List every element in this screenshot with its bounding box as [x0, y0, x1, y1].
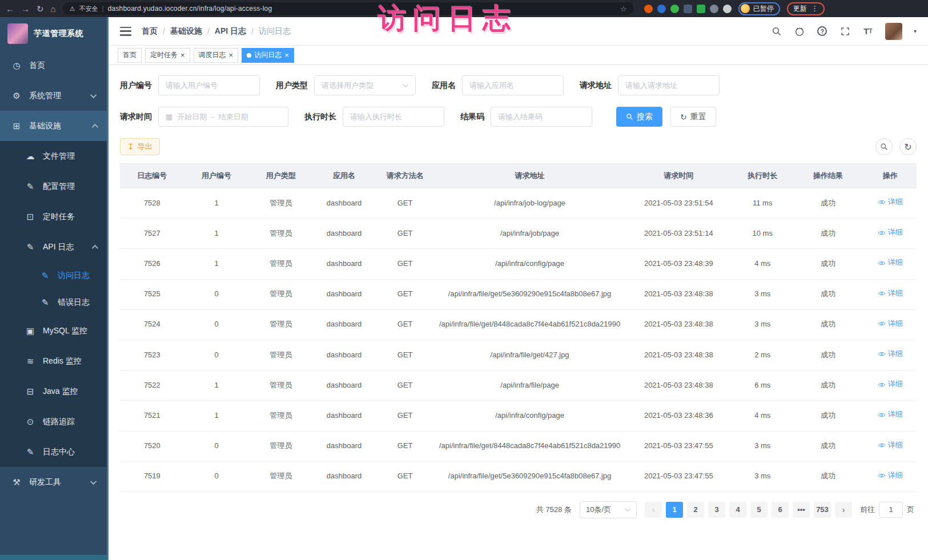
more-pages-button[interactable]: ••• — [793, 502, 810, 518]
app-logo[interactable]: 芋道管理系统 — [0, 17, 107, 50]
tab-close-icon[interactable]: × — [180, 51, 185, 59]
browser-reload-icon[interactable]: ↻ — [37, 5, 44, 13]
app-name-cell: dashboard — [313, 249, 375, 279]
page-button-753[interactable]: 753 — [814, 502, 831, 518]
sidebar-item-11[interactable]: ⊟Java 监控 — [0, 376, 107, 406]
extension-icon[interactable] — [644, 5, 653, 13]
browser-update-button[interactable]: 更新 ⋮ — [787, 2, 825, 15]
fullscreen-icon[interactable] — [839, 26, 851, 37]
sidebar-item-5[interactable]: ⊡定时任务 — [0, 202, 107, 232]
pagination-total: 共 7528 条 — [536, 505, 572, 515]
sidebar-item-13[interactable]: ✎日志中心 — [0, 437, 107, 467]
tab-调度日志[interactable]: 调度日志× — [194, 48, 239, 63]
browser-forward-icon[interactable]: → — [21, 5, 30, 13]
bookmark-star-icon[interactable]: ☆ — [620, 5, 627, 13]
reset-button[interactable]: ↻重置 — [670, 107, 716, 127]
result-cell: 成功 — [793, 461, 864, 491]
sidebar-item-label: 日志中心 — [43, 447, 75, 457]
hamburger-icon[interactable] — [120, 27, 131, 36]
执行时长-input[interactable]: 请输入执行时长 — [343, 107, 444, 127]
tab-访问日志[interactable]: 访问日志× — [242, 48, 294, 63]
detail-link[interactable]: 详细 — [878, 227, 903, 239]
sidebar-item-1[interactable]: ⚙系统管理 — [0, 80, 107, 111]
tab-定时任务[interactable]: 定时任务× — [145, 48, 190, 63]
请求地址-input[interactable]: 请输入请求地址 — [618, 75, 720, 95]
result-cell: 成功 — [793, 401, 864, 431]
date-range-picker[interactable]: ▦开始日期-结束日期 — [158, 107, 288, 127]
browser-menu-icon[interactable]: ⋮ — [812, 5, 818, 13]
timer-icon: ⊡ — [25, 212, 35, 222]
sidebar-item-4[interactable]: ✎配置管理 — [0, 171, 107, 202]
browser-back-icon[interactable]: ← — [6, 5, 14, 13]
detail-link[interactable]: 详细 — [878, 348, 903, 360]
breadcrumb-item[interactable]: 首页 — [142, 26, 158, 37]
用户类型-select[interactable]: 请选择用户类型 — [314, 75, 416, 95]
caret-down-icon[interactable]: ▾ — [914, 28, 917, 34]
profile-paused-badge[interactable]: 已暂停 — [738, 2, 780, 15]
user-id-cell: 0 — [184, 309, 249, 340]
breadcrumb-item[interactable]: 基础设施 — [170, 26, 202, 37]
app-name-cell: dashboard — [313, 219, 375, 249]
user-type-cell: 管理员 — [248, 340, 313, 370]
detail-link[interactable]: 详细 — [878, 470, 903, 482]
tab-close-icon[interactable]: × — [284, 51, 289, 59]
next-page-button[interactable]: › — [835, 502, 852, 518]
detail-link[interactable]: 详细 — [878, 257, 903, 269]
extension-icon[interactable] — [723, 5, 732, 13]
page-button-3[interactable]: 3 — [708, 502, 725, 518]
tab-首页[interactable]: 首页 — [118, 48, 142, 63]
page-button-1[interactable]: 1 — [666, 502, 683, 518]
page-button-2[interactable]: 2 — [687, 502, 704, 518]
sidebar-item-6[interactable]: ✎API 日志 — [0, 232, 107, 262]
sidebar-item-12[interactable]: ⊙链路追踪 — [0, 406, 107, 437]
placeholder-text: 请输入执行时长 — [350, 112, 402, 122]
sidebar-collapse-bar[interactable] — [0, 555, 107, 560]
search-button[interactable]: 搜索 — [616, 107, 662, 127]
extension-icon[interactable] — [657, 5, 666, 13]
sidebar-item-9[interactable]: ▣MySQL 监控 — [0, 316, 107, 346]
github-icon[interactable] — [794, 26, 805, 37]
结果码-input[interactable]: 请输入结果码 — [491, 107, 592, 127]
address-bar[interactable]: ⚠ 不安全 | dashboard.yudao.iocoder.cn/infra… — [63, 2, 634, 15]
result-cell: 成功 — [793, 309, 864, 340]
sidebar-item-2[interactable]: ⊞基础设施 — [0, 111, 107, 141]
search-icon[interactable] — [771, 26, 782, 37]
refresh-table-button[interactable]: ↻ — [899, 138, 917, 155]
goto-prefix: 前往 — [860, 505, 875, 515]
用户编号-input[interactable]: 请输入用户编号 — [158, 75, 260, 95]
sidebar-item-10[interactable]: ≋Redis 监控 — [0, 346, 107, 376]
action-cell: 详细 — [863, 219, 917, 249]
extension-icon[interactable] — [684, 5, 692, 13]
extension-icon[interactable] — [710, 5, 718, 13]
sidebar-item-7[interactable]: ✎访问日志 — [0, 262, 107, 289]
breadcrumb-item[interactable]: API 日志 — [215, 26, 246, 37]
goto-page-input[interactable] — [879, 502, 903, 518]
extension-icon[interactable] — [697, 5, 705, 13]
sidebar-item-3[interactable]: ☁文件管理 — [0, 141, 107, 171]
browser-home-icon[interactable]: ⌂ — [51, 5, 56, 13]
detail-link[interactable]: 详细 — [878, 196, 903, 208]
page-button-6[interactable]: 6 — [772, 502, 789, 518]
sidebar-item-0[interactable]: ◷首页 — [0, 50, 107, 80]
export-button[interactable]: ↧ 导出 — [120, 138, 160, 155]
detail-link[interactable]: 详细 — [878, 440, 903, 452]
sidebar-item-14[interactable]: ⚒研发工具 — [0, 467, 107, 497]
page-size-select[interactable]: 10条/页 — [580, 501, 637, 518]
user-avatar[interactable] — [885, 23, 902, 40]
breadcrumb-separator: / — [207, 27, 210, 36]
detail-link[interactable]: 详细 — [878, 378, 903, 390]
toggle-search-button[interactable] — [875, 138, 893, 155]
应用名-input[interactable]: 请输入应用名 — [462, 75, 564, 95]
user-type-cell: 管理员 — [248, 188, 313, 219]
detail-link[interactable]: 详细 — [878, 318, 903, 330]
detail-link[interactable]: 详细 — [878, 409, 903, 421]
page-button-5[interactable]: 5 — [750, 502, 768, 518]
detail-link[interactable]: 详细 — [878, 288, 903, 300]
tab-close-icon[interactable]: × — [229, 51, 234, 59]
help-icon[interactable]: ? — [817, 26, 828, 37]
page-button-4[interactable]: 4 — [729, 502, 746, 518]
font-size-icon[interactable]: TT — [862, 26, 874, 37]
prev-page-button[interactable]: ‹ — [645, 502, 662, 518]
extension-icon[interactable] — [670, 5, 679, 13]
sidebar-item-8[interactable]: ✎错误日志 — [0, 289, 107, 316]
